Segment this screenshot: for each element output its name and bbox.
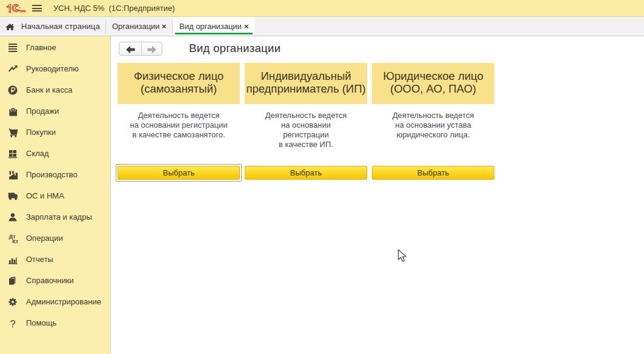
svg-text:Кт: Кт bbox=[12, 238, 18, 244]
svg-text:?: ? bbox=[10, 318, 15, 330]
